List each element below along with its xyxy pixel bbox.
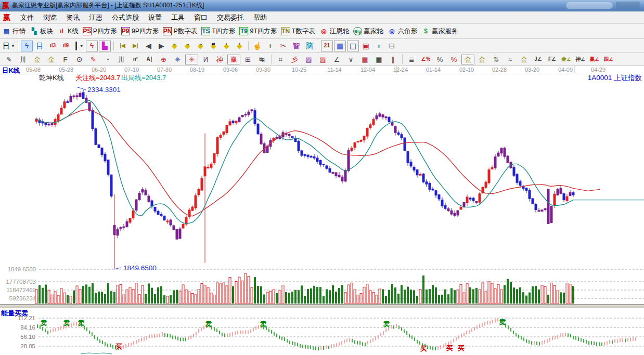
spiral-button[interactable]: ʘ: [73, 55, 86, 64]
last-page-button[interactable]: ▶|: [130, 41, 141, 51]
angle-marker-button[interactable]: A∣: [143, 55, 156, 64]
symbol-label[interactable]: 1A0001 上证指数: [588, 74, 642, 82]
expand-h-button[interactable]: ◆↔: [195, 41, 207, 51]
grid-red-button[interactable]: ▦: [358, 55, 371, 64]
gold-lines-button[interactable]: 金: [475, 55, 488, 64]
gold-circle-button[interactable]: 金: [461, 55, 474, 64]
gold-grid-2-button[interactable]: 金: [45, 55, 58, 64]
parallel-lines-button[interactable]: ∥: [387, 55, 400, 64]
t-square-button[interactable]: TST四方形: [201, 27, 235, 36]
h-range-button[interactable]: ↹: [255, 55, 268, 64]
brain-analysis-button[interactable]: 脑: [303, 41, 315, 51]
menu-item-help[interactable]: 帮助: [249, 13, 272, 22]
expand-v-button[interactable]: ◆↕: [234, 41, 246, 51]
zoom-all-button[interactable]: ◆+: [221, 41, 233, 51]
star-boxed-button[interactable]: ✳: [185, 55, 198, 64]
zigzag-mode-button[interactable]: ϟ: [21, 41, 33, 51]
save-button[interactable]: ▣: [360, 41, 372, 51]
pan-hand-button[interactable]: ☝: [251, 41, 263, 51]
scale-bars-button[interactable]: ≣: [405, 55, 418, 64]
gann-fan-red-button[interactable]: 彡: [288, 55, 301, 64]
color-histogram-button[interactable]: ▙: [99, 41, 111, 51]
menu-item-news[interactable]: 资讯: [61, 13, 84, 22]
period-day-button[interactable]: 日▼: [3, 41, 15, 51]
kline-button[interactable]: ılK线: [57, 27, 79, 36]
gann-ticks-button[interactable]: 卅: [17, 55, 30, 64]
f-angle-button[interactable]: F∠: [546, 55, 559, 64]
calculator-button[interactable]: ▦: [334, 41, 346, 51]
pattern-frame-button[interactable]: ϟ: [86, 41, 98, 51]
grid-dark-button[interactable]: ▦: [372, 55, 385, 64]
j-angle-button[interactable]: J∠: [532, 55, 545, 64]
period-day-dropdown-icon[interactable]: ▼: [11, 44, 15, 48]
percent-button[interactable]: %: [433, 55, 446, 64]
win-angle-button[interactable]: 赢∠: [588, 55, 601, 64]
shift-right-button[interactable]: ◆→: [182, 41, 194, 51]
gold-underline-button[interactable]: 金: [518, 55, 531, 64]
gold-angle-button[interactable]: 金∠: [560, 55, 573, 64]
compress-h-button[interactable]: ◆⇄: [208, 41, 220, 51]
info-panel-button[interactable]: 目: [34, 41, 46, 51]
chart-canvas[interactable]: 05-0805-2806-2007-1007-3008-1909-0609-30…: [0, 66, 644, 355]
tick-ruler-button[interactable]: 卅: [115, 55, 128, 64]
prev-page-button[interactable]: ◀: [143, 41, 154, 51]
menu-item-browse[interactable]: 浏览: [38, 13, 61, 22]
star-blue-button[interactable]: ✳: [171, 55, 184, 64]
pane-splitter[interactable]: [0, 304, 644, 308]
menu-item-tools[interactable]: 工具: [166, 13, 189, 22]
grid-123-button[interactable]: ⊞: [241, 55, 254, 64]
wave-curves-button[interactable]: ≈: [504, 55, 517, 64]
pencil-red-button[interactable]: ✎: [87, 55, 100, 64]
gold-grid-1-button[interactable]: 金: [31, 55, 44, 64]
menu-item-settings[interactable]: 设置: [144, 13, 166, 22]
rect-tool-button[interactable]: ⌗: [274, 55, 287, 64]
bars-3-button[interactable]: ıl3: [47, 41, 59, 51]
menu-item-trade-entrust[interactable]: 交易委托: [212, 13, 249, 22]
shift-left-button[interactable]: ◆←: [169, 41, 181, 51]
menu-item-window[interactable]: 窗口: [189, 13, 212, 22]
p-number-table-button[interactable]: PNP数字表: [163, 27, 197, 36]
bars-9-button[interactable]: ıl9: [60, 41, 72, 51]
zigzag-wave-button[interactable]: ∨: [344, 55, 357, 64]
menu-item-file[interactable]: 文件: [16, 13, 38, 22]
menu-item-gann[interactable]: 江恩: [84, 13, 107, 22]
t-number-table-button[interactable]: TNT数字表: [281, 27, 315, 36]
sectors-button[interactable]: ▚板块: [30, 27, 53, 36]
pencil-button[interactable]: ✎: [3, 55, 16, 64]
calendar-button[interactable]: 21: [321, 41, 333, 51]
shen-angle-button[interactable]: 神∠: [574, 55, 587, 64]
percent-line-button[interactable]: %: [447, 55, 460, 64]
next-page-button[interactable]: ▶: [156, 41, 168, 51]
winner-service-button[interactable]: $赢家服务: [421, 27, 458, 36]
web-button[interactable]: ♁: [373, 41, 385, 51]
print-button[interactable]: ⊟: [386, 41, 398, 51]
gann-wheel-button[interactable]: ◎江恩轮: [319, 27, 350, 36]
winner-wheel-button[interactable]: Big赢家轮: [353, 27, 383, 36]
period-label[interactable]: 日K线: [2, 67, 20, 74]
fan-box-purple-button[interactable]: ▨: [302, 55, 315, 64]
measure-button[interactable]: ✂: [277, 41, 289, 51]
ai-analysis-button[interactable]: 智: [290, 41, 302, 51]
first-page-button[interactable]: |◀: [117, 41, 128, 51]
win-boxed-button[interactable]: 赢: [227, 55, 240, 64]
n-squared-button[interactable]: n²: [129, 55, 142, 64]
crosshair-button[interactable]: +: [264, 41, 276, 51]
four-angle-button[interactable]: 四∠: [602, 55, 615, 64]
fan-box-red-button[interactable]: ▨: [316, 55, 329, 64]
p-square-button[interactable]: PSP四方形: [83, 27, 117, 36]
hexagon-button[interactable]: ◎六角形: [388, 27, 418, 36]
fibo-grid-button[interactable]: F: [59, 55, 72, 64]
quotes-button[interactable]: ▦行情: [2, 27, 25, 36]
menu-item-formula-stock-pick[interactable]: 公式选股: [107, 13, 144, 22]
candle-style-dropdown-icon[interactable]: ▼: [80, 44, 84, 48]
titlebar[interactable]: 赢 赢家江恩专业版[赢家内部服务平台] - [上证指数 SH1A0001-251…: [0, 0, 644, 11]
updown-pen-button[interactable]: ⇅: [490, 55, 503, 64]
candle-style-button[interactable]: ┃▼: [73, 41, 85, 51]
angle-lines-button[interactable]: ∠: [330, 55, 343, 64]
9t-square-button[interactable]: T99T四方形: [239, 27, 277, 36]
circle-cross-button[interactable]: ⊕: [157, 55, 170, 64]
time-cycle-button[interactable]: ◔: [101, 55, 114, 64]
k-wave-button[interactable]: И: [199, 55, 212, 64]
9p-square-button[interactable]: P99P四方形: [121, 27, 159, 36]
percent-angle-button[interactable]: ∠%: [419, 55, 432, 64]
